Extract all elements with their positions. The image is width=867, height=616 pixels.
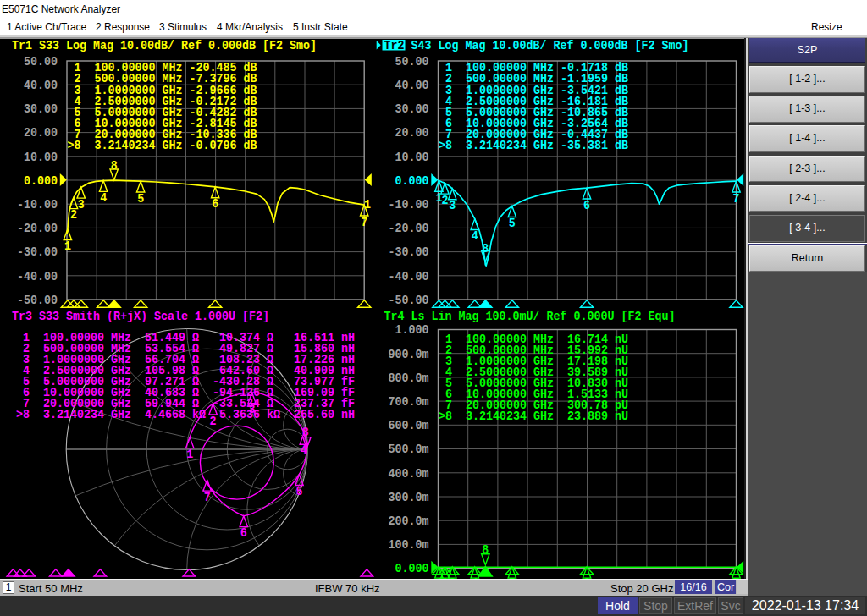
svg-text:1.000: 1.000 [395, 323, 429, 338]
svg-text:50.00: 50.00 [395, 55, 429, 69]
svg-text:>8 3.2140234 GHz -35.381 dB: >8 3.2140234 GHz -35.381 dB [439, 139, 628, 153]
svg-text:-30.00: -30.00 [389, 245, 429, 260]
svg-text:8: 8 [482, 242, 489, 256]
svg-text:3: 3 [249, 403, 256, 417]
svg-text:500.0m: 500.0m [389, 443, 429, 457]
svg-text:900.0m: 900.0m [389, 348, 429, 362]
svg-text:0.000: 0.000 [395, 174, 429, 189]
svg-text:8: 8 [302, 426, 309, 440]
svg-text:-10.00: -10.00 [389, 198, 429, 212]
svg-text:3: 3 [78, 198, 85, 212]
svg-text:30.00: 30.00 [24, 102, 58, 117]
svg-text:8: 8 [482, 543, 489, 558]
svg-text:5: 5 [296, 485, 303, 499]
svg-text:3: 3 [449, 199, 456, 213]
svg-text:2: 2 [210, 415, 217, 429]
svg-text:Tr2: Tr2 [384, 39, 405, 53]
svg-text:-10.00: -10.00 [17, 198, 58, 212]
svg-text:2: 2 [70, 208, 77, 223]
svg-text:>8 3.2140234 GHz 4.4668 kΩ: >8 3.2140234 GHz 4.4668 kΩ 5.3636 kΩ 265… [16, 408, 355, 422]
svg-text:50.00: 50.00 [24, 55, 58, 69]
svg-text:Tr1 S33 Log Mag 10.00dB/ Ref 0: Tr1 S33 Log Mag 10.00dB/ Ref 0.000dB [F2… [12, 39, 317, 53]
svg-text:20.00: 20.00 [395, 126, 429, 140]
svg-text:-30.00: -30.00 [17, 245, 58, 260]
svg-text:40.00: 40.00 [24, 79, 58, 93]
svg-text:700.0m: 700.0m [389, 395, 429, 410]
svg-text:1: 1 [364, 198, 371, 212]
svg-text:6: 6 [240, 526, 247, 541]
svg-text:7: 7 [361, 216, 367, 230]
svg-text:>8 3.2140234 GHz 23.889 nU: >8 3.2140234 GHz 23.889 nU [439, 410, 628, 424]
svg-text:6: 6 [583, 199, 590, 213]
svg-text:4: 4 [100, 191, 107, 206]
svg-text:600.0m: 600.0m [389, 419, 429, 433]
svg-text:800.0m: 800.0m [389, 371, 429, 386]
svg-text:300.0m: 300.0m [389, 491, 429, 505]
svg-text:-40.00: -40.00 [389, 270, 429, 284]
svg-text:>8 3.2140234 GHz -0.0796 dB: >8 3.2140234 GHz -0.0796 dB [68, 139, 257, 153]
svg-text:10.00: 10.00 [395, 151, 429, 165]
svg-text:30.00: 30.00 [395, 102, 429, 117]
svg-text:2: 2 [441, 194, 448, 208]
svg-text:-40.00: -40.00 [17, 270, 58, 284]
svg-text:400.0m: 400.0m [389, 467, 429, 481]
svg-text:40.00: 40.00 [395, 79, 429, 93]
svg-text:-20.00: -20.00 [17, 222, 58, 236]
svg-text:100.0m: 100.0m [389, 538, 429, 553]
svg-text:Tr4 Ls Lin Mag 100.0mU/ Ref 0.: Tr4 Ls Lin Mag 100.0mU/ Ref 0.000U [F2 E… [384, 310, 676, 324]
svg-text:0.000: 0.000 [24, 174, 58, 189]
svg-text:4: 4 [472, 229, 478, 244]
svg-text:20.00: 20.00 [24, 126, 58, 140]
svg-text:5: 5 [137, 192, 144, 206]
svg-text:0.000: 0.000 [395, 562, 429, 576]
svg-text:1: 1 [64, 239, 71, 254]
svg-text:-50.00: -50.00 [389, 294, 429, 308]
svg-text:-20.00: -20.00 [389, 222, 429, 236]
svg-text:10.00: 10.00 [24, 151, 58, 165]
svg-text:-50.00: -50.00 [17, 294, 58, 308]
svg-text:Tr2 S43 Log Mag 10.00dB/ Ref 0: Tr2 S43 Log Mag 10.00dB/ Ref 0.000dB [F2… [384, 39, 689, 53]
svg-text:1: 1 [186, 448, 193, 462]
svg-text:8: 8 [111, 159, 118, 173]
svg-text:200.0m: 200.0m [389, 514, 429, 529]
svg-text:7: 7 [204, 491, 211, 505]
svg-text:5: 5 [509, 217, 516, 231]
svg-text:6: 6 [212, 197, 218, 212]
svg-text:Tr3 S33 Smith (R+jX) Scale 1.0: Tr3 S33 Smith (R+jX) Scale 1.000U [F2] [12, 310, 269, 324]
svg-text:7: 7 [733, 192, 740, 206]
